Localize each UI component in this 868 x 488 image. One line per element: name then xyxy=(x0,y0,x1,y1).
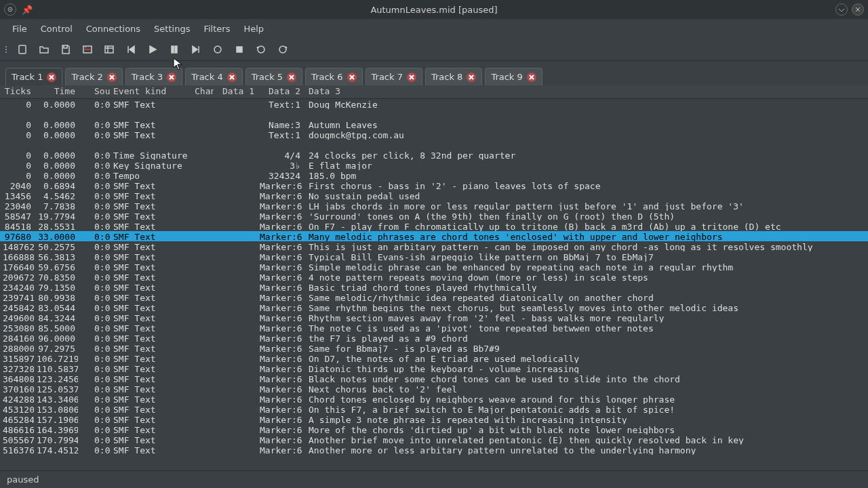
cell: SMF Text xyxy=(111,333,192,343)
table-row[interactable]: 134564.54620:0SMF TextMarker:6No sustain… xyxy=(0,190,868,201)
table-row[interactable]: 424288143.34060:0SMF TextMarker:6Chord t… xyxy=(0,394,868,404)
view-icon[interactable] xyxy=(102,42,117,57)
table-row[interactable]: 28416096.00000:0SMF TextMarker:6the F7 i… xyxy=(0,333,868,343)
table-row[interactable]: 23424079.13500:0SMF TextMarker:6Basic tr… xyxy=(0,282,868,292)
table-row[interactable]: 230407.78380:0SMF TextMarker:6LH jabs ch… xyxy=(0,201,868,211)
table-row[interactable]: 25308085.50000:0SMF TextMarker:6The note… xyxy=(0,323,868,333)
menu-control[interactable]: Control xyxy=(34,21,79,37)
tab-track-1[interactable]: Track 1 xyxy=(5,68,62,85)
table-row[interactable]: 9768033.00000:0SMF TextMarker:6Many melo… xyxy=(0,231,868,241)
close-button[interactable] xyxy=(852,3,864,16)
cell: Marker:6 xyxy=(257,333,306,343)
table-row[interactable]: 24584283.05440:0SMF TextMarker:6Same rhy… xyxy=(0,302,868,312)
tab-close-icon[interactable] xyxy=(107,73,117,82)
table-row[interactable]: 516376174.45120:0SMF TextMarker:6Another… xyxy=(0,445,868,455)
tab-close-icon[interactable] xyxy=(347,73,357,82)
tab-close-icon[interactable] xyxy=(167,73,176,82)
table-row[interactable]: 00.00000:0Time Signature4/424 clocks per… xyxy=(0,150,868,160)
skip-forward-icon[interactable] xyxy=(189,42,203,57)
menu-filters[interactable]: Filters xyxy=(197,21,237,37)
cell: 0:0 xyxy=(78,231,111,241)
record-icon[interactable] xyxy=(210,42,225,57)
table-row[interactable]: 5854719.77940:0SMF TextMarker:6'Surround… xyxy=(0,211,868,221)
open-icon[interactable] xyxy=(37,42,52,57)
app-menu-icon[interactable] xyxy=(4,3,16,16)
loop-back-icon[interactable] xyxy=(254,42,269,57)
col-ticks[interactable]: Ticks xyxy=(0,85,34,98)
stop-icon[interactable] xyxy=(232,42,247,57)
table-row[interactable]: 28800097.29750:0SMF TextMarker:6Same for… xyxy=(0,343,868,353)
col-data3[interactable]: Data 3 xyxy=(306,85,868,98)
table-row[interactable]: 00.00000:0Tempo324324185.0 bpm xyxy=(0,170,868,180)
save-icon[interactable] xyxy=(58,42,73,57)
minimize-button[interactable] xyxy=(835,3,848,16)
cell xyxy=(192,231,214,241)
menu-settings[interactable]: Settings xyxy=(147,21,197,37)
tab-track-9[interactable]: Track 9 xyxy=(485,68,542,85)
cell xyxy=(192,272,214,282)
cell xyxy=(214,414,257,424)
table-row[interactable]: 16688856.38130:0SMF TextMarker:6Typical … xyxy=(0,251,868,262)
cell: SMF Text xyxy=(111,241,192,251)
tab-track-5[interactable]: Track 5 xyxy=(245,68,302,85)
cell: 0:0 xyxy=(78,99,111,109)
tab-track-7[interactable]: Track 7 xyxy=(366,68,422,85)
col-data2[interactable]: Data 2 xyxy=(257,85,306,98)
table-row[interactable]: 453120153.08060:0SMF TextMarker:6On this… xyxy=(0,404,868,414)
play-icon[interactable] xyxy=(145,42,160,57)
table-row[interactable]: 20967270.83500:0SMF TextMarker:64 note p… xyxy=(0,272,868,282)
cell xyxy=(192,99,214,109)
table-row[interactable]: 00.00000:0SMF TextText:1dougmck@tpg.com.… xyxy=(0,129,868,140)
table-row[interactable]: 24960084.32440:0SMF TextMarker:6Rhythm s… xyxy=(0,312,868,323)
tab-close-icon[interactable] xyxy=(47,73,56,82)
cell: On D7, the notes of an E triad are used … xyxy=(306,353,868,363)
menu-help[interactable]: Help xyxy=(237,21,271,37)
pin-icon[interactable]: 📌 xyxy=(22,5,33,15)
cell: SMF Text xyxy=(111,353,192,363)
table-row[interactable]: 00.00000:0SMF TextName:3Autumn Leaves xyxy=(0,119,868,129)
status-text: paused xyxy=(7,474,39,485)
col-source[interactable]: Source xyxy=(78,85,111,98)
tab-track-6[interactable]: Track 6 xyxy=(305,68,362,85)
cell: Marker:6 xyxy=(257,363,306,373)
menu-file[interactable]: File xyxy=(5,21,34,37)
table-row[interactable]: 23974180.99380:0SMF TextMarker:6Same mel… xyxy=(0,292,868,302)
table-row[interactable]: 315897106.72190:0SMF TextMarker:6On D7, … xyxy=(0,353,868,363)
tab-close-icon[interactable] xyxy=(287,73,296,82)
table-row[interactable]: 00.00000:0Key Signature3♭E flat major xyxy=(0,160,868,170)
cell: SMF Text xyxy=(111,343,192,353)
cell xyxy=(214,323,257,333)
tab-close-icon[interactable] xyxy=(467,73,476,82)
save-as-icon[interactable] xyxy=(80,42,95,57)
table-row[interactable]: 8451828.55310:0SMF TextMarker:6On F7 - p… xyxy=(0,221,868,231)
loop-forward-icon[interactable] xyxy=(275,42,290,57)
tab-close-icon[interactable] xyxy=(227,73,237,82)
table-row[interactable]: 00.00000:0SMF TextText:1Doug McKenzie xyxy=(0,99,868,109)
table-row[interactable]: 370160125.05370:0SMF TextMarker:6Next ch… xyxy=(0,384,868,394)
table-row[interactable]: 20400.68940:0SMF TextMarker:6First choru… xyxy=(0,180,868,190)
table-row[interactable]: 17664059.67560:0SMF TextMarker:6Simple m… xyxy=(0,262,868,272)
cell xyxy=(214,129,257,140)
table-row[interactable]: 14876250.25750:0SMF TextMarker:6This is … xyxy=(0,241,868,251)
col-data1[interactable]: Data 1 xyxy=(214,85,257,98)
toolbar-grip[interactable] xyxy=(5,46,7,53)
col-time[interactable]: Time xyxy=(34,85,78,98)
new-file-icon[interactable] xyxy=(15,42,30,57)
skip-back-icon[interactable] xyxy=(123,42,138,57)
table-row[interactable]: 364808123.24560:0SMF TextMarker:6Black n… xyxy=(0,373,868,384)
tab-track-8[interactable]: Track 8 xyxy=(425,68,482,85)
cell: Many melodic phrases are chord tones 'en… xyxy=(306,231,868,241)
tab-track-3[interactable]: Track 3 xyxy=(125,68,182,85)
table-row[interactable]: 505567170.79940:0SMF TextMarker:6Another… xyxy=(0,434,868,445)
tab-close-icon[interactable] xyxy=(407,73,416,82)
tab-track-2[interactable]: Track 2 xyxy=(65,68,122,85)
col-kind[interactable]: Event kind xyxy=(111,85,192,98)
table-row[interactable]: 486616164.39690:0SMF TextMarker:6More of… xyxy=(0,424,868,434)
col-chan[interactable]: Chan xyxy=(192,85,214,98)
tab-track-4[interactable]: Track 4 xyxy=(185,68,242,85)
table-row[interactable]: 465284157.19060:0SMF TextMarker:6A simpl… xyxy=(0,414,868,424)
tab-close-icon[interactable] xyxy=(527,73,536,82)
table-row[interactable]: 327328110.58370:0SMF TextMarker:6Diatoni… xyxy=(0,363,868,373)
pause-icon[interactable] xyxy=(167,42,182,57)
menu-connections[interactable]: Connections xyxy=(79,21,147,37)
